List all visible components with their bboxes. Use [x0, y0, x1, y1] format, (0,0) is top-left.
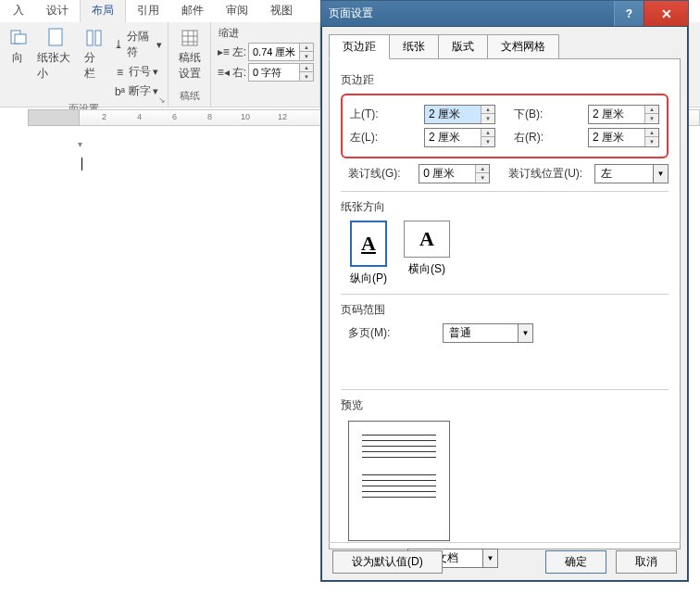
gutter-pos-label: 装订线位置(U):: [508, 166, 589, 182]
manuscript-icon: [180, 28, 200, 48]
ribbon-tab-design[interactable]: 设计: [35, 0, 80, 22]
margin-bottom-label: 下(B):: [514, 107, 582, 122]
landscape-button[interactable]: A 横向(S): [404, 221, 450, 286]
chevron-down-icon[interactable]: ▼: [518, 324, 532, 342]
svg-rect-4: [95, 31, 101, 45]
line-numbers-icon: ≡: [112, 65, 127, 80]
margin-top-label: 上(T):: [350, 107, 419, 122]
spin-up[interactable]: ▲: [300, 64, 313, 72]
columns-label: 分栏: [84, 50, 105, 82]
preview-section-label: 预览: [341, 398, 669, 413]
size-label: 纸张大小: [37, 50, 75, 82]
margin-right-input[interactable]: ▲▼: [588, 128, 659, 147]
columns-button[interactable]: 分栏: [82, 26, 106, 83]
highlight-box: 上(T): ▲▼ 下(B): ▲▼ 左(L): ▲▼ 右(R): ▲▼: [341, 94, 669, 158]
multipage-label: 多页(M):: [348, 325, 419, 341]
ribbon-tab-view[interactable]: 视图: [259, 0, 304, 22]
indent-left-row: ▸≡ 左: ▲▼: [217, 42, 314, 62]
tab-body: 页边距 上(T): ▲▼ 下(B): ▲▼ 左(L): ▲▼ 右(R): ▲▼ …: [329, 58, 681, 549]
indent-marker[interactable]: ▾: [78, 139, 82, 149]
text-cursor: [81, 158, 82, 170]
portrait-icon: A: [361, 232, 376, 256]
breaks-button[interactable]: ⤓分隔符 ▾: [112, 28, 162, 61]
margin-right-label: 右(R):: [514, 130, 582, 145]
orientation-icon: [7, 28, 28, 48]
preview-box: [348, 421, 450, 541]
spin-up[interactable]: ▲: [300, 44, 313, 52]
ribbon-tab-mailings[interactable]: 邮件: [170, 0, 215, 22]
set-default-button[interactable]: 设为默认值(D): [332, 550, 443, 574]
orientation-label: 向: [12, 50, 23, 66]
margin-bottom-input[interactable]: ▲▼: [588, 105, 659, 124]
ribbon-tab-references[interactable]: 引用: [126, 0, 170, 22]
breaks-icon: ⤓: [112, 37, 124, 52]
page-setup-launcher[interactable]: ↘: [158, 95, 166, 105]
line-numbers-button[interactable]: ≡行号 ▾: [112, 63, 162, 81]
ribbon-tab-review[interactable]: 审阅: [215, 0, 259, 22]
chevron-down-icon[interactable]: ▼: [653, 165, 668, 183]
indent-right-row: ≡◂ 右: ▲▼: [217, 62, 314, 82]
indent-left-icon: ▸≡: [217, 44, 231, 59]
tab-paper[interactable]: 纸张: [389, 34, 439, 59]
margins-section-label: 页边距: [341, 72, 669, 88]
indent-right-icon: ≡◂: [217, 65, 231, 80]
spin-down[interactable]: ▼: [300, 52, 313, 60]
manuscript-group-label: 稿纸: [174, 87, 205, 107]
help-button[interactable]: ?: [614, 1, 644, 26]
indent-left-input[interactable]: ▲▼: [248, 43, 314, 61]
indent-label: 缩进: [217, 26, 314, 42]
dialog-title: 页面设置: [329, 6, 373, 21]
svg-rect-1: [15, 34, 26, 44]
document-area[interactable]: ▾: [0, 130, 320, 593]
ribbon-tab-insert[interactable]: 入: [2, 0, 35, 22]
portrait-button[interactable]: A 纵向(P): [350, 221, 387, 286]
dialog-button-row: 设为默认值(D) 确定 取消: [329, 542, 681, 574]
multipage-combo[interactable]: 普通▼: [443, 323, 533, 343]
gutter-label: 装订线(G):: [348, 166, 413, 182]
svg-rect-3: [87, 31, 93, 45]
spin-down[interactable]: ▼: [300, 72, 313, 81]
portrait-label: 纵向(P): [350, 271, 387, 286]
gutter-input[interactable]: ▲▼: [419, 164, 490, 183]
tab-grid[interactable]: 文档网格: [487, 34, 559, 59]
tab-layout[interactable]: 版式: [438, 34, 488, 59]
indent-right-input[interactable]: ▲▼: [248, 63, 314, 82]
manuscript-label: 稿纸 设置: [179, 50, 201, 82]
margin-left-input[interactable]: ▲▼: [424, 128, 495, 147]
hyphenation-button[interactable]: bª断字 ▾: [112, 82, 162, 100]
size-icon: [46, 28, 67, 48]
margin-top-input[interactable]: ▲▼: [424, 105, 495, 124]
ribbon-tab-layout[interactable]: 布局: [80, 0, 126, 22]
gutter-pos-combo[interactable]: 左▼: [594, 164, 669, 183]
orientation-section-label: 纸张方向: [341, 199, 669, 215]
landscape-label: 横向(S): [408, 261, 445, 277]
dialog-titlebar[interactable]: 页面设置 ? ✕: [321, 1, 688, 27]
hyphenation-icon: bª: [112, 84, 127, 99]
pages-section-label: 页码范围: [341, 302, 669, 318]
tab-margins[interactable]: 页边距: [329, 34, 390, 59]
landscape-icon: A: [419, 227, 434, 251]
svg-rect-5: [182, 31, 197, 45]
ok-button[interactable]: 确定: [545, 550, 606, 574]
columns-icon: [84, 28, 105, 48]
size-button[interactable]: 纸张大小: [35, 26, 77, 83]
cancel-button[interactable]: 取消: [616, 550, 677, 574]
page-setup-dialog: 页面设置 ? ✕ 页边距 纸张 版式 文档网格 页边距 上(T): ▲▼ 下(B…: [320, 0, 689, 582]
manuscript-button[interactable]: 稿纸 设置: [177, 26, 203, 83]
margin-left-label: 左(L):: [350, 130, 419, 145]
dialog-tabstrip: 页边距 纸张 版式 文档网格: [321, 27, 688, 59]
close-button[interactable]: ✕: [644, 1, 688, 26]
svg-rect-2: [49, 29, 62, 45]
orientation-button[interactable]: 向: [6, 26, 30, 68]
